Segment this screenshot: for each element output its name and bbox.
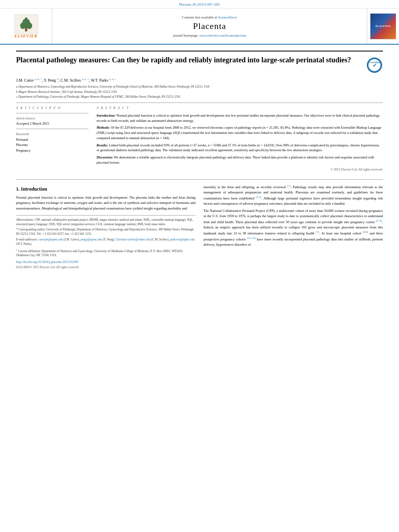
page-wrapper: Placenta 36 (2015) 687–692 ELSEVIER <box>0 0 399 273</box>
right-para2: The National Collaborative Perinatal Pro… <box>204 208 383 248</box>
discussion-text: We demonstrate a reliable approach to el… <box>97 155 374 164</box>
abstract-intro: Introduction: Normal placental function … <box>97 113 383 123</box>
abstract-discussion: Discussion: We demonstrate a reliable ap… <box>97 155 383 165</box>
article-title: Placental pathology measures: Can they b… <box>16 55 361 65</box>
intro-section-title: 1. Introduction <box>16 185 195 193</box>
body-col-left: 1. Introduction Normal placental functio… <box>16 184 195 270</box>
abbreviations-footnote: Abbreviations: CPP, national collaborati… <box>16 218 195 227</box>
homepage-link[interactable]: www.elsevier.com/locate/placenta <box>200 33 246 37</box>
body-content: 1. Introduction Normal placental functio… <box>0 184 399 274</box>
elsevier-tree-icon <box>14 14 38 34</box>
affil-a: a Department of Obstetrics, Gynecology a… <box>16 85 383 89</box>
email4-name: (W.T. Parks). <box>16 242 32 246</box>
citation-text: Placenta 36 (2015) 687–692 <box>179 2 220 6</box>
email2-name: (Y. Peng), <box>103 238 115 241</box>
abbrev-text: CPP, national collaborative perinatal pr… <box>16 218 193 226</box>
author-peng: Y. Peng b <box>43 78 58 82</box>
science-direct-link[interactable]: ScienceDirect <box>218 15 237 19</box>
affiliations: a Department of Obstetrics, Gynecology a… <box>16 85 383 99</box>
right-para1: mortality in the fetus and offspring, as… <box>204 184 383 206</box>
history-label: Article history: <box>16 117 88 120</box>
email3-name: (C.M. Scifres), <box>151 238 169 241</box>
info-abstract-section: A R T I C L E I N F O Article history: A… <box>16 106 383 171</box>
email3-link[interactable]: Christina-scifres@ouhsc.edu <box>115 238 150 241</box>
methods-label: Methods: <box>97 125 110 129</box>
abstract-content: Introduction: Normal placental function … <box>97 113 383 165</box>
email4-link[interactable]: parkswa@upmc.edu <box>170 238 195 241</box>
keywords-divider <box>16 129 88 129</box>
accepted-date: Accepted 2 March 2015 <box>16 121 88 125</box>
author-parks: W.T. Parks a, b, c <box>91 78 116 82</box>
keyword-placenta: Placenta <box>16 142 88 148</box>
email1-name: (J.M. Catov), <box>64 238 80 241</box>
body-two-col: 1. Introduction Normal placental functio… <box>16 184 383 270</box>
elsevier-logo: ELSEVIER <box>14 14 38 38</box>
elsevier-wordmark: ELSEVIER <box>14 34 37 38</box>
hormones-text: hormones <box>176 201 190 205</box>
crossmark-logo: ✓ CrossMark <box>367 58 383 74</box>
journal-header: ELSEVIER Contents lists available at Sci… <box>0 8 399 45</box>
results-text: Linked birth-placental records included … <box>97 143 380 152</box>
intro-para1: Normal placental function is critical to… <box>16 195 195 211</box>
svg-text:CrossMark: CrossMark <box>368 61 380 64</box>
email1-link[interactable]: catovjm@upmc.edu <box>39 238 63 241</box>
top-citation-bar: Placenta 36 (2015) 687–692 <box>0 0 399 8</box>
discussion-label: Discussion: <box>97 155 113 159</box>
author-catov: J.M. Catov a, b, * <box>16 78 42 82</box>
keyword-pregnancy: Pregnancy <box>16 148 88 154</box>
svg-point-5 <box>25 17 27 20</box>
footnote1: 1 Current affiliation: Department of Obs… <box>16 248 195 258</box>
email-footnote: E-mail addresses: catovjm@upmc.edu (J.M.… <box>16 238 195 246</box>
abbrev-label: Abbreviations: <box>16 218 34 222</box>
science-direct-label: Contents lists available at <box>182 15 217 19</box>
results-label: Results: <box>97 143 108 147</box>
article-title-section: Placental pathology measures: Can they b… <box>16 51 383 74</box>
svg-point-4 <box>27 23 32 29</box>
abstract-heading: A B S T R A C T <box>97 106 383 110</box>
intro-text: Normal placental function is critical to… <box>97 113 380 123</box>
abstract-col: A B S T R A C T Introduction: Normal pla… <box>97 106 383 171</box>
email2-link[interactable]: pergy@upmc.edu <box>80 238 102 241</box>
journal-title: Placenta <box>193 21 226 31</box>
affil-b: b Magee-Womens Research Institute, 204 C… <box>16 90 383 94</box>
synthesis-text: synthesis <box>127 201 140 205</box>
homepage-label: journal homepage: <box>173 33 199 37</box>
doi-line: http://dx.doi.org/10.1016/j.placenta.201… <box>16 260 195 265</box>
elsevier-logo-section: ELSEVIER <box>0 8 52 44</box>
body-col-right: mortality in the fetus and offspring, as… <box>204 184 383 270</box>
keyword-perinatal: Perinatal <box>16 137 88 143</box>
placenta-logo-text: PLACENTA <box>376 25 391 28</box>
svg-point-3 <box>20 23 26 29</box>
methods-text: Of the 47,329 deliveries at our hospital… <box>97 125 381 140</box>
copyright-line: © 2015 Elsevier Ltd. All rights reserved… <box>97 168 383 171</box>
crossmark-icon: ✓ CrossMark <box>367 58 382 73</box>
doi-link[interactable]: http://dx.doi.org/10.1016/j.placenta.201… <box>16 260 78 264</box>
issn-line: 0143-4004/© 2015 Elsevier Ltd. All right… <box>16 265 195 270</box>
section-divider <box>16 103 383 103</box>
authors-line: J.M. Catov a, b, *, Y. Peng b, C.M. Scif… <box>16 78 383 82</box>
article-info-col: A R T I C L E I N F O Article history: A… <box>16 106 88 171</box>
placenta-logo-section: PLACENTA <box>367 8 399 44</box>
science-direct-line: Contents lists available at ScienceDirec… <box>182 15 237 19</box>
corresponding-footnote: * Corresponding author. University of Pi… <box>16 228 195 236</box>
intro-label: Introduction: <box>97 113 115 117</box>
author-scifres: C.M. Scifres a, b, 1 <box>60 78 88 82</box>
journal-title-section: Contents lists available at ScienceDirec… <box>52 8 367 44</box>
abstract-results: Results: Linked birth-placental records … <box>97 143 383 153</box>
footnote-area: Abbreviations: CPP, national collaborati… <box>16 215 195 270</box>
abstract-methods: Methods: Of the 47,329 deliveries at our… <box>97 125 383 140</box>
affil-c: c Department of Pathology, University of… <box>16 95 383 99</box>
footnote1-text: Current affiliation: Department of Obste… <box>16 249 183 257</box>
homepage-line: journal homepage: www.elsevier.com/locat… <box>173 33 246 37</box>
email-label: E-mail addresses: <box>16 238 39 241</box>
article-info-heading: A R T I C L E I N F O <box>16 106 88 110</box>
keywords-list: Perinatal Placenta Pregnancy <box>16 137 88 154</box>
content-area: Placental pathology measures: Can they b… <box>0 45 399 179</box>
placenta-logo-box: PLACENTA <box>370 13 396 39</box>
corresponding-star: * Corresponding author. <box>16 228 46 231</box>
keywords-label: Keywords: <box>16 132 88 136</box>
article-info-divider <box>16 113 88 113</box>
